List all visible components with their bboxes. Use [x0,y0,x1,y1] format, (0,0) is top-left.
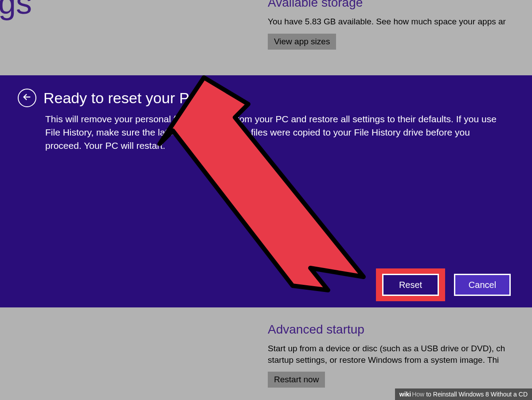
section-advanced-startup: Advanced startup Start up from a device … [268,322,532,388]
caption-text: to Reinstall Windows 8 Without a CD [426,391,528,398]
startup-heading: Advanced startup [268,322,532,337]
modal-button-row: Cancel [376,274,511,296]
reset-pc-modal: Ready to reset your PC This will remove … [0,75,532,307]
wikihow-caption: wikiHow to Reinstall Windows 8 Without a… [395,388,532,400]
back-button[interactable] [18,89,36,107]
back-arrow-icon [22,92,32,104]
view-app-sizes-button[interactable]: View app sizes [268,34,336,50]
modal-header: Ready to reset your PC [18,89,514,107]
section-available-storage: Available storage You have 5.83 GB avail… [268,0,506,50]
storage-description: You have 5.83 GB available. See how much… [268,16,506,27]
cancel-button[interactable]: Cancel [454,274,511,296]
restart-now-button[interactable]: Restart now [268,372,325,388]
caption-brand-light: How [412,391,424,398]
caption-brand-bold: wiki [399,391,411,398]
storage-heading: Available storage [268,0,506,10]
modal-body-text: This will remove your personal files and… [45,113,506,152]
page-title: ings [0,0,32,21]
startup-description: Start up from a device or disc (such as … [268,343,532,365]
modal-title: Ready to reset your PC [43,89,200,107]
